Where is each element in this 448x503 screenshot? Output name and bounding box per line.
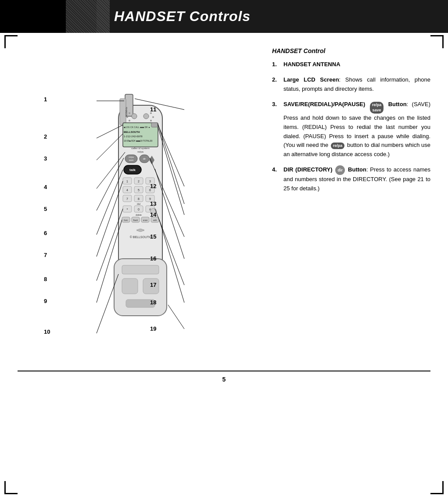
item-content-2: Large LCD Screen: Shows call information… xyxy=(283,75,430,94)
svg-text:re/pa: re/pa xyxy=(137,150,143,153)
phone-diagram: 900MHz ■LOG CK CALL ■■■ DR ► BELLSOUTH 1… xyxy=(57,42,224,357)
repa-inline-badge: re/pa xyxy=(331,143,345,149)
svg-text:900MHz: 900MHz xyxy=(125,107,128,117)
corner-mark-br xyxy=(430,481,444,494)
description-area: HANDSET Control 1. HANDSET ANTENNA 2. La… xyxy=(272,42,430,362)
item-content-4: DIR (DIRECTORY) dir Button: Press to acc… xyxy=(283,165,430,193)
svg-text:BELLSOUTH: BELLSOUTH xyxy=(124,131,140,133)
item-number-2: 2. xyxy=(272,75,281,85)
callout-8: 8 xyxy=(44,276,47,282)
svg-text:4: 4 xyxy=(126,189,128,192)
callout-13: 13 xyxy=(150,201,156,207)
header-texture xyxy=(66,0,110,33)
svg-text:10:00■  8/24  ■■■18  TOTAL30: 10:00■ 8/24 ■■■18 TOTAL30 xyxy=(124,139,152,142)
svg-line-91 xyxy=(168,305,184,329)
callout-18: 18 xyxy=(150,300,156,305)
svg-point-66 xyxy=(143,229,144,231)
item-label-2: Large LCD Screen xyxy=(283,76,339,83)
svg-text:dir: dir xyxy=(143,157,146,160)
svg-text:scan: scan xyxy=(143,219,148,221)
svg-text:edit: edit xyxy=(153,219,157,221)
svg-text:5: 5 xyxy=(138,189,140,192)
svg-text:re/pa: re/pa xyxy=(129,156,134,158)
svg-text:0: 0 xyxy=(138,208,140,211)
svg-point-64 xyxy=(138,229,143,232)
svg-text:caller id system: caller id system xyxy=(131,147,149,150)
svg-rect-69 xyxy=(122,265,159,274)
svg-text:3: 3 xyxy=(149,180,151,183)
svg-text:talk: talk xyxy=(129,168,136,172)
svg-text:save: save xyxy=(129,159,134,161)
callout-1: 1 xyxy=(44,96,47,102)
header-bar: HANDSET Controls xyxy=(0,0,448,33)
callout-11: 11 xyxy=(150,107,156,112)
description-item-2: 2. Large LCD Screen: Shows call informat… xyxy=(272,75,430,94)
svg-text:8: 8 xyxy=(138,197,140,200)
svg-point-11 xyxy=(132,114,137,119)
description-item-1: 1. HANDSET ANTENNA xyxy=(272,60,430,69)
svg-rect-70 xyxy=(122,278,138,294)
diagram-area: 900MHz ■LOG CK CALL ■■■ DR ► BELLSOUTH 1… xyxy=(18,42,263,362)
svg-text:2: 2 xyxy=(138,180,140,183)
callout-19: 19 xyxy=(150,326,156,332)
item-number-3: 3. xyxy=(272,100,281,109)
callout-3: 3 xyxy=(44,156,47,161)
svg-text:1: 1 xyxy=(126,180,128,183)
page-title: HANDSET Controls xyxy=(114,8,251,25)
diagram-wrapper: 900MHz ■LOG CK CALL ■■■ DR ► BELLSOUTH 1… xyxy=(18,42,263,362)
dir-badge: dir xyxy=(335,165,345,175)
svg-text:■LOG CK   CALL ■■■ DR ►: ■LOG CK CALL ■■■ DR ► xyxy=(124,126,151,128)
svg-rect-19 xyxy=(151,123,158,127)
callout-4: 4 xyxy=(44,184,47,190)
svg-point-17 xyxy=(129,120,130,121)
callout-5: 5 xyxy=(44,206,47,212)
svg-point-16 xyxy=(152,116,154,118)
item-content-3: SAVE/RE(REDIAL)/PA(PAUSE) re/pasave Butt… xyxy=(283,100,430,159)
svg-text:flash: flash xyxy=(133,219,138,221)
svg-text:© BELLSOUTH: © BELLSOUTH xyxy=(130,235,151,239)
svg-point-15 xyxy=(126,116,128,118)
corner-mark-tl xyxy=(4,35,18,48)
item-number-4: 4. xyxy=(272,165,281,175)
callout-2: 2 xyxy=(44,134,47,139)
button-label-4: Button xyxy=(348,166,366,173)
svg-text:7: 7 xyxy=(126,197,128,200)
svg-text:func: func xyxy=(124,219,128,221)
item-content-1: HANDSET ANTENNA xyxy=(283,60,430,69)
page-number: 5 xyxy=(18,371,430,387)
item-number-1: 1. xyxy=(272,60,281,69)
callout-9: 9 xyxy=(44,298,47,304)
svg-point-12 xyxy=(143,114,149,119)
description-item-3: 3. SAVE/RE(REDIAL)/PA(PAUSE) re/pasave B… xyxy=(272,100,430,159)
svg-text:delete: delete xyxy=(136,214,142,216)
description-title: HANDSET Control xyxy=(272,46,430,56)
callout-7: 7 xyxy=(44,252,47,258)
callout-10: 10 xyxy=(44,329,50,335)
svg-text:dial: dial xyxy=(137,203,140,205)
main-content: 900MHz ■LOG CK CALL ■■■ DR ► BELLSOUTH 1… xyxy=(0,33,448,371)
item-label-3: SAVE/RE(REDIAL)/PA(PAUSE) xyxy=(283,101,365,107)
svg-point-13 xyxy=(129,112,130,114)
button-label-3: Button xyxy=(388,101,407,107)
svg-point-65 xyxy=(136,229,138,231)
svg-point-18 xyxy=(150,120,152,121)
callout-6: 6 xyxy=(44,230,47,236)
svg-text:1-212-242-6978: 1-212-242-6978 xyxy=(124,135,143,138)
callout-14: 14 xyxy=(150,212,156,218)
item-label-1: HANDSET ANTENNA xyxy=(283,61,340,68)
svg-text:9: 9 xyxy=(149,197,151,200)
callout-16: 16 xyxy=(150,256,156,261)
description-item-4: 4. DIR (DIRECTORY) dir Button: Press to … xyxy=(272,165,430,193)
repasave-badge: re/pasave xyxy=(370,102,384,114)
callout-12: 12 xyxy=(150,183,156,189)
corner-mark-tr xyxy=(430,35,444,48)
svg-text:*: * xyxy=(126,207,128,211)
callout-17: 17 xyxy=(150,282,156,288)
corner-mark-bl xyxy=(4,481,18,494)
item-label-4: DIR (DIRECTORY) xyxy=(283,166,333,173)
callout-15: 15 xyxy=(150,234,156,239)
